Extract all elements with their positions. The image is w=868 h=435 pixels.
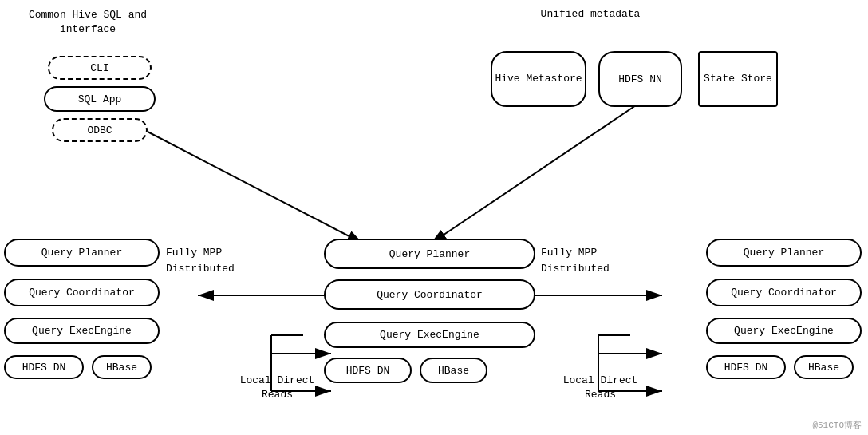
right-local-direct-reads-label: Local Direct Reads	[558, 374, 642, 402]
label-unified-metadata: Unified metadata	[511, 8, 670, 20]
hive-metastore-box: Hive Metastore	[491, 51, 586, 107]
watermark: @51CTO博客	[812, 419, 862, 431]
center-query-execengine-box: Query ExecEngine	[324, 322, 535, 348]
hdfs-nn-box: HDFS NN	[598, 51, 682, 107]
right-hdfs-dn-box: HDFS DN	[706, 355, 786, 379]
left-query-execengine-box: Query ExecEngine	[4, 318, 160, 344]
left-hdfs-dn-box: HDFS DN	[4, 355, 84, 379]
label-common-hive-sql: Common Hive SQL and interface	[24, 8, 152, 37]
left-fully-mpp-label: Fully MPP Distributed	[166, 245, 262, 276]
center-local-direct-reads-label: Local Direct Reads	[235, 374, 319, 402]
right-query-execengine-box: Query ExecEngine	[706, 318, 862, 344]
cli-box: CLI	[48, 56, 152, 80]
svg-line-2	[148, 132, 363, 243]
sql-app-box: SQL App	[44, 86, 156, 112]
state-store-box: State Store	[698, 51, 778, 107]
center-query-coordinator-box: Query Coordinator	[324, 279, 535, 310]
right-hbase-box: HBase	[794, 355, 854, 379]
right-query-coordinator-box: Query Coordinator	[706, 279, 862, 306]
svg-line-3	[431, 104, 638, 243]
center-hdfs-dn-box: HDFS DN	[324, 358, 412, 383]
right-fully-mpp-label: Fully MPP Distributed	[541, 245, 637, 276]
left-query-coordinator-box: Query Coordinator	[4, 279, 160, 306]
left-query-planner-box: Query Planner	[4, 239, 160, 267]
left-hbase-box: HBase	[92, 355, 152, 379]
center-hbase-box: HBase	[420, 358, 487, 383]
odbc-box: ODBC	[52, 118, 148, 142]
right-query-planner-box: Query Planner	[706, 239, 862, 267]
diagram: Common Hive SQL and interface Unified me…	[0, 0, 868, 435]
center-query-planner-box: Query Planner	[324, 239, 535, 269]
